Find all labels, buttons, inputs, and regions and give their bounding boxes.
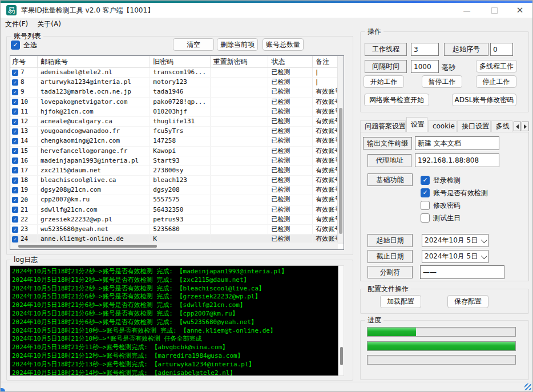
- row-checkbox[interactable]: ✓: [12, 177, 18, 184]
- stop-work-button[interactable]: 停止工作: [476, 75, 516, 88]
- row-checkbox[interactable]: ✓: [12, 108, 18, 115]
- table-row[interactable]: ✓23wu5235680@yeah.net5235680已检测有效账号: [10, 225, 344, 235]
- row-checkbox[interactable]: ✓: [12, 119, 18, 125]
- tab-问题答案设置[interactable]: 问题答案设置: [360, 120, 406, 132]
- total-count-button[interactable]: 账号总数量: [263, 38, 304, 51]
- checkbox-box[interactable]: ✓: [421, 176, 430, 185]
- reset-password-cell: [211, 156, 269, 165]
- multithread-work-button[interactable]: 多线程工作: [476, 60, 517, 72]
- save-config-button[interactable]: 保存配置: [447, 295, 488, 308]
- proxy-address-input[interactable]: 192.168.1.88:808: [415, 153, 499, 167]
- table-row[interactable]: ✓20cpp2007@km.ru5557575已检测有效账号: [10, 195, 344, 205]
- table-row[interactable]: ✓9tada123@marble.ocn.ne.jptada1946已检测有效账…: [10, 87, 344, 97]
- tab-scroll-left-button[interactable]: [514, 122, 521, 131]
- checkbox-登录检测[interactable]: ✓登录检测: [421, 176, 488, 185]
- table-row[interactable]: ✓13yougoandco@wanadoo.frfcu5yTrs已检测有效账号: [10, 127, 344, 136]
- log-line: 2024年10月5日18时21分14秒—>账号检测完成: 【adenisabel…: [12, 369, 338, 376]
- email-cell: grzesiek22232@wp.pl: [38, 215, 150, 224]
- close-button[interactable]: ✕: [508, 3, 531, 18]
- table-row[interactable]: ✓17zxc2115@daum.net273800sy已检测有效账号: [10, 166, 344, 176]
- email-cell: tada123@marble.ocn.ne.jp: [38, 87, 150, 96]
- table-vertical-scrollbar-thumb[interactable]: [339, 108, 342, 234]
- output-prefix-input[interactable]: 新建 文本文档: [415, 136, 499, 150]
- start-index-input[interactable]: 0: [490, 43, 513, 56]
- table-horizontal-scrollbar-thumb[interactable]: [18, 245, 157, 248]
- row-checkbox[interactable]: ✓: [12, 216, 18, 223]
- status-cell: 已检测: [268, 117, 313, 126]
- tab-多线[interactable]: 多线: [491, 120, 512, 132]
- table-row[interactable]: ✓21sdwllf@21cn.com56432350已检测有效账号: [10, 205, 344, 215]
- row-checkbox[interactable]: ✓: [12, 197, 18, 203]
- table-row[interactable]: ✓10lovepako@netvigator.compako0728!qp...…: [10, 98, 344, 107]
- separator-input[interactable]: ——: [420, 265, 504, 279]
- row-checkbox[interactable]: ✓: [12, 128, 18, 135]
- interval-input[interactable]: 1000: [411, 60, 439, 73]
- table-row[interactable]: ✓14chengkaoming@21cn.com147258已检测有效账号: [10, 136, 344, 146]
- table-vertical-scrollbar[interactable]: [337, 56, 344, 243]
- checkbox-box[interactable]: ✓: [421, 188, 430, 197]
- clear-button[interactable]: 清空: [173, 38, 214, 51]
- end-date-select[interactable]: 2024年10月 5日: [422, 250, 488, 263]
- select-all-checkbox[interactable]: ✓ 全选: [11, 41, 37, 50]
- tab-接口设置[interactable]: 接口设置: [457, 120, 490, 132]
- row-checkbox[interactable]: ✓: [12, 148, 18, 154]
- title-bar[interactable]: 易 苹果ID批量检测工具 v2.0 客户端【1001】: [1, 3, 533, 18]
- start-date-select[interactable]: 2024年10月 5日: [422, 234, 488, 247]
- row-checkbox[interactable]: ✓: [12, 79, 18, 86]
- reset-password-cell: [211, 68, 269, 77]
- table-row[interactable]: ✓16madeinjapan1993@interia.plStart93已检测有…: [10, 156, 344, 166]
- row-checkbox[interactable]: ✓: [12, 99, 18, 105]
- minimize-button[interactable]: —: [455, 3, 478, 18]
- row-checkbox[interactable]: ✓: [12, 138, 18, 144]
- table-row[interactable]: ✓11hjfok@21cn.com010203hjf已检测有效账号: [10, 107, 344, 117]
- tab-scroll-right-button[interactable]: [522, 122, 529, 131]
- table-row[interactable]: ✓8arturwyka1234@interia.plmotory123已检测|: [10, 78, 344, 87]
- menu-about[interactable]: 关于(A): [33, 18, 66, 30]
- table-row[interactable]: ✓15hervefancello@orange.frKawopi已检测有效账号: [10, 147, 344, 156]
- thread-count-input[interactable]: 3: [411, 43, 439, 56]
- row-checkbox[interactable]: ✓: [12, 167, 18, 173]
- log-scrollbar[interactable]: [338, 265, 344, 376]
- checkbox-账号是否有效检测[interactable]: ✓账号是否有效检测: [421, 188, 488, 197]
- row-checkbox[interactable]: ✓: [12, 227, 18, 233]
- row-checkbox[interactable]: ✓: [12, 207, 18, 213]
- row-checkbox[interactable]: ✓: [12, 70, 18, 76]
- menu-file[interactable]: 文件(F): [1, 18, 33, 30]
- table-row[interactable]: ✓12acneale@ucalgary.cathuglife131已检测有效账号: [10, 117, 344, 127]
- adsl-change-password-button[interactable]: ADSL账号修改密码: [452, 94, 516, 106]
- pause-work-button[interactable]: 暂停工作: [422, 75, 462, 88]
- row-checkbox[interactable]: ✓: [12, 89, 18, 95]
- resize-grip[interactable]: [524, 383, 531, 390]
- feature-checkbox-list: ✓登录检测✓账号是否有效检测修改密码测试生日: [421, 176, 488, 226]
- tab-设置[interactable]: 设置: [406, 117, 427, 132]
- row-index-cell: ✓11: [10, 107, 38, 116]
- table-row[interactable]: ✓19dgsy208@21cn.comdgsy208已检测有效账号: [10, 185, 344, 195]
- tab-cookie[interactable]: cookie: [428, 120, 457, 132]
- email-cell: sdwllf@21cn.com: [38, 205, 150, 215]
- log-scrollbar-thumb[interactable]: [340, 347, 343, 365]
- select-all-checkbox-box[interactable]: ✓: [11, 41, 20, 50]
- checkbox-测试生日[interactable]: 测试生日: [421, 213, 488, 223]
- checkbox-box[interactable]: [421, 213, 430, 223]
- maximize-button[interactable]: [483, 3, 506, 18]
- delete-current-button[interactable]: 删除当前项: [217, 38, 258, 51]
- start-index-label: 起始序号: [444, 43, 488, 56]
- start-work-button[interactable]: 开始工作: [364, 75, 404, 88]
- old-password-cell: tada1946: [150, 87, 210, 96]
- row-checkbox[interactable]: ✓: [12, 157, 18, 164]
- row-checkbox[interactable]: ✓: [12, 236, 18, 243]
- table-horizontal-scrollbar[interactable]: [10, 243, 338, 249]
- load-config-button[interactable]: 加载配置: [380, 295, 421, 308]
- row-checkbox[interactable]: ✓: [12, 187, 18, 193]
- table-row[interactable]: ✓18bleachiscool@live.cableach123已检测有效账号: [10, 176, 344, 185]
- log-console[interactable]: 2024年10月5日18时21分2秒—>账号是否有效检测 完成: 【madein…: [10, 265, 338, 376]
- net-account-check-button[interactable]: 网络账号检查开始: [364, 94, 429, 106]
- log-line: 2024年10月5日18时21分11秒—>账号检测完成: 【abvgbcbk@s…: [12, 343, 338, 351]
- column-header: 重置新密码: [211, 56, 269, 67]
- output-prefix-label: 输出文件前缀: [363, 137, 412, 149]
- table-row[interactable]: ✓7adenisabel@tele2.nltranscom196...已检测|: [10, 68, 344, 78]
- checkbox-修改密码[interactable]: 修改密码: [421, 201, 488, 210]
- table-row[interactable]: ✓22grzesiek22232@wp.plpetrus93已检测有效账号: [10, 215, 344, 225]
- account-table[interactable]: 序号邮箱账号旧密码重置新密码状态备注 ✓7adenisabel@tele2.nl…: [10, 55, 344, 250]
- checkbox-box[interactable]: [421, 201, 430, 210]
